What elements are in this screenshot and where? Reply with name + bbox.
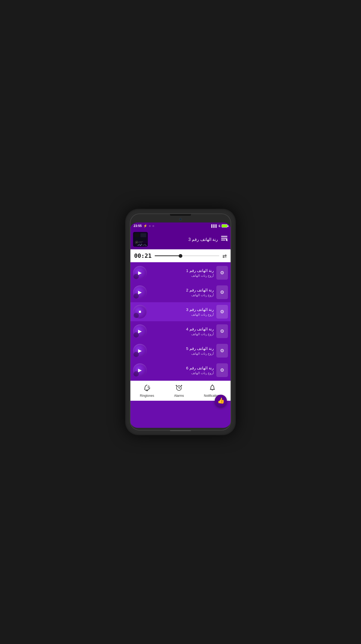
nav-item-alarms[interactable]: Alarms xyxy=(169,383,189,399)
play-button-2[interactable]: ▶ xyxy=(133,285,147,299)
settings-container-1[interactable]: ⚙ xyxy=(216,266,228,280)
ringtones-label: Ringtones xyxy=(140,394,154,398)
ringtone-nav-icon xyxy=(144,384,150,393)
time-elapsed: 00:21 xyxy=(134,252,152,259)
play-button-4[interactable]: ▶ xyxy=(133,324,147,338)
settings-container-6[interactable]: ⚙ xyxy=(216,363,228,377)
signal-icon: ▌▌▌ xyxy=(211,224,217,227)
alarms-label: Alarms xyxy=(174,394,184,398)
play-button-3[interactable]: ■ xyxy=(133,305,147,319)
settings-icon-4[interactable]: ⚙ xyxy=(220,328,224,334)
song-title-1: رنة الهاتف رقم 1 xyxy=(149,268,214,273)
song-info-5: رنة الهاتف رقم 5 أروع رنات الهاتف xyxy=(149,346,214,355)
song-list: ▶ رنة الهاتف رقم 1 أروع رنات الهاتف ⚙ ▶ … xyxy=(130,262,231,381)
play-icon-2: ▶ xyxy=(138,289,142,295)
stop-icon-3: ■ xyxy=(139,309,141,314)
notification-nav-icon xyxy=(209,384,216,393)
status-bar: 23:55 ⚡ ○ ○ ▌▌▌ E xyxy=(130,222,231,229)
status-left: 23:55 ⚡ ○ ○ xyxy=(134,224,154,228)
svg-point-13 xyxy=(147,390,147,391)
song-title-2: رنة الهاتف رقم 2 xyxy=(149,288,214,293)
song-subtitle-1: أروع رنات الهاتف xyxy=(149,274,214,278)
progress-fill xyxy=(155,255,180,256)
settings-container-3[interactable]: ⚙ xyxy=(216,305,228,319)
song-subtitle-3: أروع رنات الهاتف xyxy=(149,313,214,316)
song-item-2[interactable]: ▶ رنة الهاتف رقم 2 أروع رنات الهاتف ⚙ xyxy=(130,283,231,302)
time-display: 23:55 xyxy=(134,224,142,228)
song-title-6: رنة الهاتف رقم 6 xyxy=(149,366,214,370)
svg-rect-6 xyxy=(139,241,143,242)
song-item-4[interactable]: ▶ رنة الهاتف رقم 4 أروع رنات الهاتف ⚙ xyxy=(130,322,231,341)
song-info-4: رنة الهاتف رقم 4 أروع رنات الهاتف xyxy=(149,327,214,336)
thumbs-up-icon: 👍 xyxy=(217,397,225,404)
settings-icon-3[interactable]: ⚙ xyxy=(220,309,224,315)
now-playing-header: رنات الهاتف رنة الهاتف رقم 3 xyxy=(130,229,231,249)
song-subtitle-6: أروع رنات الهاتف xyxy=(149,371,214,375)
play-button-6[interactable]: ▶ xyxy=(133,363,147,377)
settings-icon-2[interactable]: ⚙ xyxy=(220,289,224,295)
home-indicator[interactable] xyxy=(170,430,191,431)
song-title-4: رنة الهاتف رقم 4 xyxy=(149,327,214,331)
settings-container-4[interactable]: ⚙ xyxy=(216,324,228,338)
progress-bar[interactable] xyxy=(155,255,219,256)
queue-icon[interactable] xyxy=(221,235,228,244)
progress-thumb[interactable] xyxy=(179,254,182,258)
song-subtitle-4: أروع رنات الهاتف xyxy=(149,332,214,336)
song-info-3: رنة الهاتف رقم 3 أروع رنات الهاتف xyxy=(149,307,214,316)
screen: 23:55 ⚡ ○ ○ ▌▌▌ E xyxy=(130,222,231,428)
svg-rect-10 xyxy=(221,240,225,240)
svg-point-17 xyxy=(176,385,177,386)
phone-frame: 23:55 ⚡ ○ ○ ▌▌▌ E xyxy=(125,209,236,435)
svg-point-18 xyxy=(181,385,182,386)
song-title-3: رنة الهاتف رقم 3 xyxy=(149,307,214,312)
alarm-nav-icon xyxy=(175,384,182,393)
play-icon-1: ▶ xyxy=(138,270,142,276)
song-subtitle-2: أروع رنات الهاتف xyxy=(149,293,214,297)
play-icon-4: ▶ xyxy=(138,328,142,334)
song-item-1[interactable]: ▶ رنة الهاتف رقم 1 أروع رنات الهاتف ⚙ xyxy=(130,263,231,282)
lightning-icon: ⚡ xyxy=(143,224,147,228)
play-icon-5: ▶ xyxy=(138,348,142,354)
settings-icon-5[interactable]: ⚙ xyxy=(220,348,224,354)
play-icon-6: ▶ xyxy=(138,367,142,373)
song-item-6[interactable]: ▶ رنة الهاتف رقم 6 أروع رنات الهاتف ⚙ xyxy=(130,361,231,380)
song-subtitle-5: أروع رنات الهاتف xyxy=(149,352,214,355)
settings-container-2[interactable]: ⚙ xyxy=(216,285,228,299)
thumbs-up-fab[interactable]: 👍 xyxy=(215,395,227,407)
settings-icon-1[interactable]: ⚙ xyxy=(220,270,224,276)
progress-area: 00:21 ⇄ xyxy=(130,249,231,262)
svg-rect-9 xyxy=(221,238,227,239)
battery-icon xyxy=(222,224,227,227)
settings-container-5[interactable]: ⚙ xyxy=(216,344,228,358)
song-item-3[interactable]: ■ رنة الهاتف رقم 3 أروع رنات الهاتف ⚙ xyxy=(130,302,231,321)
song-item-5[interactable]: ▶ رنة الهاتف رقم 5 أروع رنات الهاتف ⚙ xyxy=(130,341,231,360)
svg-rect-1 xyxy=(134,233,140,237)
circle-icon-2: ○ xyxy=(152,224,154,228)
song-info-6: رنة الهاتف رقم 6 أروع رنات الهاتف xyxy=(149,366,214,375)
network-type: E xyxy=(219,224,221,227)
speaker xyxy=(170,214,191,216)
nav-item-ringtones[interactable]: Ringtones xyxy=(135,383,159,399)
play-button-1[interactable]: ▶ xyxy=(133,266,147,280)
repeat-icon[interactable]: ⇄ xyxy=(222,253,227,259)
album-art: رنات الهاتف xyxy=(133,232,148,247)
svg-point-5 xyxy=(136,242,137,243)
song-info-2: رنة الهاتف رقم 2 أروع رنات الهاتف xyxy=(149,288,214,297)
circle-icon-1: ○ xyxy=(149,224,151,228)
svg-rect-3 xyxy=(134,238,146,240)
camera xyxy=(179,218,182,221)
svg-rect-8 xyxy=(221,236,227,237)
song-title-5: رنة الهاتف رقم 5 xyxy=(149,346,214,351)
status-right: ▌▌▌ E xyxy=(211,224,227,227)
svg-rect-2 xyxy=(140,233,146,237)
now-playing-title: رنة الهاتف رقم 3 xyxy=(150,237,218,242)
song-info-1: رنة الهاتف رقم 1 أروع رنات الهاتف xyxy=(149,268,214,278)
album-art-label: رنات الهاتف xyxy=(136,243,147,246)
settings-icon-6[interactable]: ⚙ xyxy=(220,367,224,373)
svg-rect-7 xyxy=(139,242,142,243)
play-button-5[interactable]: ▶ xyxy=(133,344,147,358)
